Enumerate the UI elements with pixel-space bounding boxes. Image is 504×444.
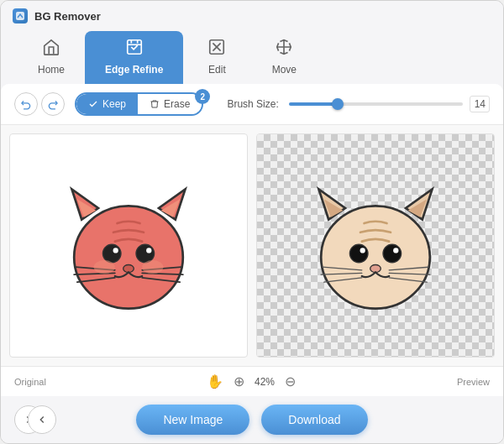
home-icon	[42, 38, 60, 60]
svg-point-33	[370, 264, 381, 272]
bottom-controls: Original ✋ ⊕ 42% ⊖ Preview	[14, 372, 490, 391]
transparency-background	[257, 134, 494, 357]
original-label: Original	[14, 377, 207, 387]
prev-button[interactable]	[28, 405, 56, 434]
brush-size-value: 14	[470, 96, 490, 112]
original-cat-image	[53, 170, 204, 321]
app-window: BG Remover Home Edge Refine	[0, 0, 504, 444]
svg-point-22	[94, 260, 115, 274]
main-content: Keep Erase 2 Brush Size: 14	[1, 84, 503, 396]
svg-point-15	[123, 264, 134, 272]
nav-item-move[interactable]: Move	[250, 31, 318, 84]
keep-label: Keep	[102, 98, 126, 110]
brush-size-slider[interactable]	[289, 102, 463, 106]
zoom-level: 42%	[255, 376, 275, 388]
zoom-out-button[interactable]: ⊖	[283, 372, 297, 391]
canvas-area	[1, 125, 503, 366]
svg-point-23	[142, 260, 163, 274]
erase-badge: 2	[195, 89, 210, 104]
erase-label: Erase	[164, 98, 190, 110]
nav-label-move: Move	[272, 64, 297, 76]
app-icon	[13, 8, 28, 24]
action-bar: New Image Download	[1, 396, 503, 443]
svg-point-30	[383, 244, 402, 263]
edge-refine-icon	[125, 38, 144, 60]
redo-button[interactable]	[41, 92, 65, 116]
nav-item-edit[interactable]: Edit	[183, 31, 250, 84]
move-icon	[275, 38, 293, 60]
main-action-buttons: New Image Download	[136, 405, 367, 435]
zoom-controls: ✋ ⊕ 42% ⊖	[207, 372, 297, 391]
nav-item-home[interactable]: Home	[18, 31, 85, 84]
download-button[interactable]: Download	[261, 405, 367, 435]
erase-button[interactable]: Erase	[138, 94, 202, 114]
brush-size-label: Brush Size:	[227, 98, 278, 110]
history-controls	[14, 92, 65, 116]
nav-item-edge-refine[interactable]: Edge Refine	[85, 31, 183, 84]
nav-label-home: Home	[38, 64, 65, 76]
keep-button[interactable]: Keep	[76, 94, 138, 114]
original-image-panel[interactable]	[9, 133, 248, 358]
svg-point-11	[102, 244, 121, 263]
svg-point-12	[136, 244, 155, 263]
svg-point-32	[393, 248, 398, 253]
zoom-in-button[interactable]: ⊕	[232, 372, 246, 391]
svg-point-13	[113, 248, 118, 253]
brush-tool-selector: Keep Erase	[75, 92, 203, 116]
nav-label-edge-refine: Edge Refine	[105, 64, 163, 76]
new-image-button[interactable]: New Image	[136, 405, 249, 435]
page-navigation	[14, 405, 43, 434]
brush-size-control: 14	[289, 96, 490, 112]
title-bar: BG Remover	[1, 1, 503, 31]
nav-label-edit: Edit	[208, 64, 226, 76]
svg-point-29	[349, 244, 368, 263]
status-bar: Original ✋ ⊕ 42% ⊖ Preview	[1, 366, 503, 396]
svg-point-31	[360, 248, 365, 253]
undo-button[interactable]	[14, 92, 38, 116]
preview-cat-image	[300, 170, 451, 321]
app-title: BG Remover	[34, 10, 101, 23]
svg-rect-0	[16, 12, 24, 20]
nav-bar: Home Edge Refine Edit	[1, 31, 503, 84]
hand-tool-icon[interactable]: ✋	[207, 373, 223, 389]
svg-rect-1	[127, 40, 141, 55]
preview-image-panel[interactable]	[256, 133, 495, 358]
preview-label: Preview	[297, 377, 490, 387]
svg-point-14	[146, 248, 151, 253]
edit-icon	[207, 38, 226, 60]
toolbar: Keep Erase 2 Brush Size: 14	[1, 84, 503, 125]
